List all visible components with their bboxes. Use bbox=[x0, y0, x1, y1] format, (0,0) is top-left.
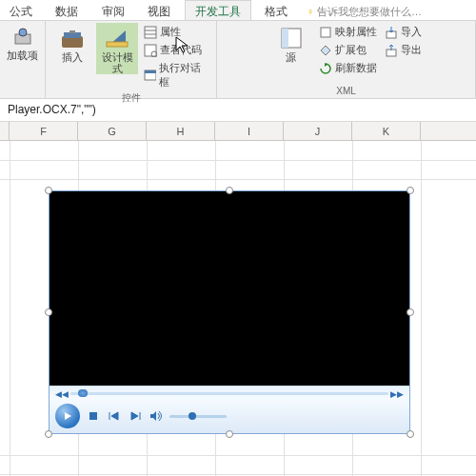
expansion-icon bbox=[319, 44, 332, 57]
svg-rect-11 bbox=[145, 70, 156, 73]
svg-rect-17 bbox=[89, 412, 97, 420]
refresh-icon bbox=[319, 62, 332, 75]
media-player-object[interactable]: ◀◀ ▶▶ bbox=[49, 190, 410, 434]
addins-button[interactable]: 加载项 bbox=[1, 23, 45, 61]
play-icon bbox=[63, 411, 72, 421]
group-xml-label: XML bbox=[223, 86, 469, 98]
tab-review[interactable]: 审阅 bbox=[92, 1, 134, 21]
next-icon bbox=[129, 411, 141, 421]
selection-handle[interactable] bbox=[407, 187, 414, 194]
svg-rect-13 bbox=[282, 29, 288, 48]
import-button[interactable]: 导入 bbox=[383, 23, 424, 41]
refresh-button[interactable]: 刷新数据 bbox=[317, 59, 379, 77]
media-player-video-area bbox=[50, 191, 409, 386]
selection-handle[interactable] bbox=[45, 187, 52, 194]
export-button[interactable]: 导出 bbox=[383, 41, 424, 59]
export-icon bbox=[385, 44, 398, 57]
tab-format[interactable]: 格式 bbox=[255, 1, 297, 21]
svg-rect-4 bbox=[107, 42, 128, 47]
group-addins: 加载项 bbox=[0, 21, 46, 98]
selection-handle[interactable] bbox=[45, 430, 52, 438]
media-player-seek-bar[interactable]: ◀◀ ▶▶ bbox=[50, 386, 409, 399]
code-icon bbox=[144, 44, 157, 57]
svg-rect-8 bbox=[145, 45, 156, 56]
source-pane-icon bbox=[280, 27, 303, 50]
insert-button[interactable]: 插入 bbox=[51, 23, 92, 63]
svg-rect-16 bbox=[387, 50, 396, 56]
mute-button[interactable] bbox=[149, 408, 164, 424]
selection-handle[interactable] bbox=[45, 308, 52, 316]
ribbon-tabs: 公式 数据 审阅 视图 开发工具 格式 ♀ 告诉我您想要做什么… bbox=[0, 0, 476, 21]
prev-button[interactable] bbox=[107, 408, 122, 424]
toolbox-icon bbox=[60, 27, 85, 50]
seek-thumb[interactable] bbox=[78, 389, 88, 397]
col-K[interactable]: K bbox=[352, 122, 421, 140]
group-xml: 源 映射属性 扩展包 刷新数据 导入 bbox=[217, 21, 476, 98]
stop-icon bbox=[89, 411, 98, 421]
seek-back-icon: ◀◀ bbox=[55, 389, 69, 399]
volume-thumb[interactable] bbox=[188, 412, 196, 420]
play-button[interactable] bbox=[55, 404, 80, 428]
speaker-icon bbox=[149, 410, 163, 422]
selection-handle[interactable] bbox=[226, 430, 233, 438]
run-dialog-button[interactable]: 执行对话框 bbox=[142, 59, 210, 91]
col-G[interactable]: G bbox=[78, 122, 147, 140]
tab-formula[interactable]: 公式 bbox=[0, 1, 42, 21]
ruler-triangle-icon bbox=[105, 27, 129, 50]
tab-developer[interactable]: 开发工具 bbox=[185, 0, 251, 21]
addins-label: 加载项 bbox=[7, 50, 38, 61]
group-controls: 插入 设计模式 属性 查看代码 执行对话框 bbox=[46, 21, 217, 98]
properties-icon bbox=[144, 26, 157, 39]
tell-me-search[interactable]: ♀ 告诉我您想要做什么… bbox=[302, 5, 422, 19]
col-J[interactable]: J bbox=[284, 122, 352, 140]
tab-view[interactable]: 视图 bbox=[138, 1, 180, 21]
tab-data[interactable]: 数据 bbox=[46, 1, 88, 21]
stop-button[interactable] bbox=[86, 408, 101, 424]
column-headers: F G H I J K bbox=[0, 122, 476, 141]
media-player-controls bbox=[50, 399, 409, 433]
svg-point-1 bbox=[19, 29, 27, 36]
dialog-icon bbox=[144, 69, 156, 82]
svg-rect-5 bbox=[145, 27, 156, 38]
next-button[interactable] bbox=[128, 408, 143, 424]
map-properties-button[interactable]: 映射属性 bbox=[317, 23, 379, 41]
formula-bar[interactable]: Player.OCX.7","") bbox=[0, 99, 476, 122]
prev-icon bbox=[109, 411, 120, 421]
gear-icon bbox=[12, 27, 33, 48]
selection-handle[interactable] bbox=[226, 187, 233, 194]
selection-handle[interactable] bbox=[407, 308, 414, 316]
xml-stack-2: 导入 导出 bbox=[383, 23, 424, 59]
col-H[interactable]: H bbox=[147, 122, 215, 140]
source-button[interactable]: 源 bbox=[269, 23, 313, 63]
bulb-icon: ♀ bbox=[307, 6, 314, 17]
controls-stack: 属性 查看代码 执行对话框 bbox=[142, 23, 210, 91]
design-mode-button[interactable]: 设计模式 bbox=[96, 23, 138, 74]
properties-button[interactable]: 属性 bbox=[142, 23, 210, 41]
col-I[interactable]: I bbox=[215, 122, 284, 140]
svg-rect-14 bbox=[321, 28, 330, 37]
seek-fwd-icon: ▶▶ bbox=[390, 389, 404, 399]
volume-slider[interactable] bbox=[169, 415, 227, 418]
ribbon-body: 加载项 插入 设计模式 属性 查看代码 bbox=[0, 21, 476, 99]
view-code-button[interactable]: 查看代码 bbox=[142, 41, 210, 59]
map-icon bbox=[319, 26, 332, 39]
import-icon bbox=[385, 26, 398, 39]
col-F[interactable]: F bbox=[10, 122, 78, 140]
expansion-button[interactable]: 扩展包 bbox=[317, 41, 379, 59]
selection-handle[interactable] bbox=[407, 430, 414, 438]
xml-stack-1: 映射属性 扩展包 刷新数据 bbox=[317, 23, 379, 77]
